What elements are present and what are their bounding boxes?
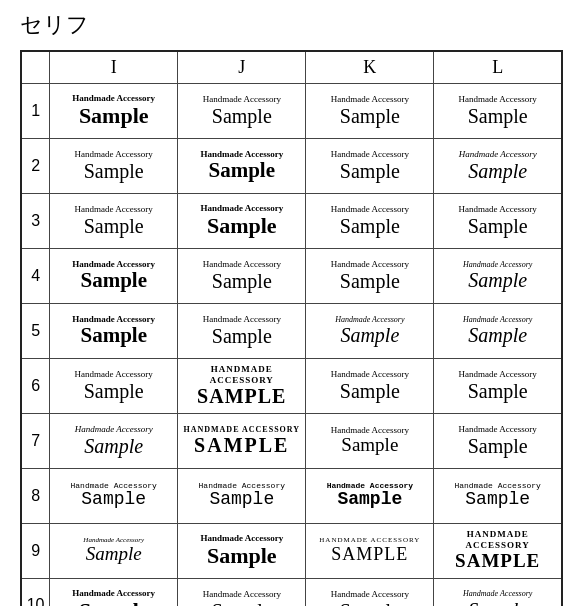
table-cell: Handmade AccessorySample: [50, 578, 178, 606]
row-number: 5: [21, 303, 50, 358]
table-cell: Handmade AccessorySample: [50, 468, 178, 523]
cell-bottom-text: SAMPLE: [436, 551, 559, 572]
table-cell: Handmade AccessorySample: [50, 523, 178, 578]
table-cell: Handmade AccessorySample: [178, 578, 306, 606]
row-number: 10: [21, 578, 50, 606]
cell-top-text: Handmade Accessory: [436, 204, 559, 215]
table-cell: HANDMADE ACCESSORYSAMPLE: [178, 413, 306, 468]
cell-top-text: Handmade Accessory: [436, 424, 559, 435]
cell-bottom-text: Sample: [308, 270, 431, 292]
table-cell: Handmade AccessorySample: [50, 138, 178, 193]
table-cell: HANDMADE ACCESSORYSAMPLE: [178, 358, 306, 413]
table-cell: HANDMADE ACCESSORYSAMPLE: [434, 523, 562, 578]
table-cell: Handmade AccessorySample: [178, 468, 306, 523]
table-row: 7Handmade AccessorySampleHANDMADE ACCESS…: [21, 413, 562, 468]
table-cell: Handmade AccessorySample: [178, 83, 306, 138]
cell-bottom-text: Sample: [52, 544, 175, 565]
cell-bottom-text: Sample: [308, 105, 431, 127]
cell-top-text: Handmade Accessory: [180, 259, 303, 270]
cell-bottom-text: Sample: [52, 269, 175, 292]
table-cell: Handmade AccessorySample: [306, 468, 434, 523]
table-row: 6Handmade AccessorySampleHANDMADE ACCESS…: [21, 358, 562, 413]
cell-bottom-text: Sample: [52, 160, 175, 182]
table-cell: Handmade AccessorySample: [434, 303, 562, 358]
table-cell: Handmade AccessorySample: [306, 83, 434, 138]
cell-bottom-text: SAMPLE: [180, 385, 303, 407]
table-row: 8Handmade AccessorySampleHandmade Access…: [21, 468, 562, 523]
table-cell: Handmade AccessorySample: [434, 468, 562, 523]
table-cell: Handmade AccessorySample: [50, 413, 178, 468]
cell-top-text: Handmade Accessory: [308, 204, 431, 215]
cell-top-text: Handmade Accessory: [436, 589, 559, 599]
row-number: 7: [21, 413, 50, 468]
table-cell: Handmade AccessorySample: [434, 83, 562, 138]
col-header-J: J: [178, 51, 306, 83]
table-cell: Handmade AccessorySample: [50, 193, 178, 248]
cell-bottom-text: Sample: [436, 435, 559, 457]
table-cell: Handmade AccessorySample: [306, 358, 434, 413]
cell-bottom-text: Sample: [180, 214, 303, 238]
cell-bottom-text: Sample: [52, 104, 175, 128]
table-cell: Handmade AccessorySample: [434, 248, 562, 303]
cell-bottom-text: Sample: [436, 490, 559, 510]
cell-bottom-text: Sample: [180, 325, 303, 347]
cell-bottom-text: Sample: [52, 599, 175, 606]
cell-top-text: Handmade Accessory: [308, 149, 431, 160]
table-row: 2Handmade AccessorySampleHandmade Access…: [21, 138, 562, 193]
table-row: 5Handmade AccessorySampleHandmade Access…: [21, 303, 562, 358]
font-table: I J K L 1Handmade AccessorySampleHandmad…: [20, 50, 563, 606]
cell-bottom-text: Sample: [180, 490, 303, 510]
table-cell: Handmade AccessorySample: [178, 303, 306, 358]
cell-top-text: Handmade Accessory: [436, 260, 559, 270]
cell-top-text: Handmade Accessory: [52, 588, 175, 599]
row-number: 9: [21, 523, 50, 578]
cell-bottom-text: Sample: [180, 600, 303, 606]
table-cell: Handmade AccessorySample: [178, 248, 306, 303]
cell-top-text: Handmade Accessory: [436, 315, 559, 325]
cell-top-text: Handmade Accessory: [436, 94, 559, 105]
table-cell: Handmade AccessorySample: [434, 578, 562, 606]
table-cell: Handmade AccessorySample: [306, 193, 434, 248]
table-header-row: I J K L: [21, 51, 562, 83]
table-cell: HANDMADE ACCESSORYSAMPLE: [306, 523, 434, 578]
cell-top-text: Handmade Accessory: [180, 94, 303, 105]
table-cell: Handmade AccessorySample: [50, 358, 178, 413]
cell-top-text: HANDMADE ACCESSORY: [180, 364, 303, 386]
table-cell: Handmade AccessorySample: [434, 193, 562, 248]
cell-bottom-text: Sample: [436, 105, 559, 127]
table-row: 4Handmade AccessorySampleHandmade Access…: [21, 248, 562, 303]
cell-bottom-text: Sample: [52, 490, 175, 510]
cell-bottom-text: Sample: [308, 435, 431, 456]
cell-top-text: HANDMADE ACCESSORY: [180, 425, 303, 435]
cell-top-text: Handmade Accessory: [52, 204, 175, 215]
row-number: 4: [21, 248, 50, 303]
cell-bottom-text: Sample: [308, 600, 431, 606]
cell-top-text: Handmade Accessory: [52, 369, 175, 380]
cell-top-text: Handmade Accessory: [308, 589, 431, 600]
table-cell: Handmade AccessorySample: [50, 83, 178, 138]
table-row: 9Handmade AccessorySampleHandmade Access…: [21, 523, 562, 578]
cell-bottom-text: SAMPLE: [308, 545, 431, 565]
table-cell: Handmade AccessorySample: [178, 138, 306, 193]
cell-bottom-text: Sample: [52, 215, 175, 237]
table-cell: Handmade AccessorySample: [306, 248, 434, 303]
cell-bottom-text: Sample: [436, 599, 559, 606]
cell-top-text: Handmade Accessory: [436, 149, 559, 160]
cell-bottom-text: Sample: [180, 105, 303, 127]
cell-bottom-text: Sample: [436, 380, 559, 402]
row-number: 8: [21, 468, 50, 523]
cell-bottom-text: Sample: [52, 435, 175, 457]
cell-top-text: Handmade Accessory: [308, 259, 431, 270]
cell-bottom-text: Sample: [308, 215, 431, 237]
table-cell: Handmade AccessorySample: [178, 193, 306, 248]
row-number: 6: [21, 358, 50, 413]
table-cell: Handmade AccessorySample: [178, 523, 306, 578]
cell-bottom-text: Sample: [308, 160, 431, 182]
cell-top-text: Handmade Accessory: [308, 315, 431, 325]
cell-top-text: Handmade Accessory: [180, 589, 303, 600]
table-cell: Handmade AccessorySample: [50, 248, 178, 303]
cell-top-text: Handmade Accessory: [436, 369, 559, 380]
cell-bottom-text: Sample: [180, 544, 303, 568]
table-row: 3Handmade AccessorySampleHandmade Access…: [21, 193, 562, 248]
cell-bottom-text: Sample: [436, 324, 559, 346]
